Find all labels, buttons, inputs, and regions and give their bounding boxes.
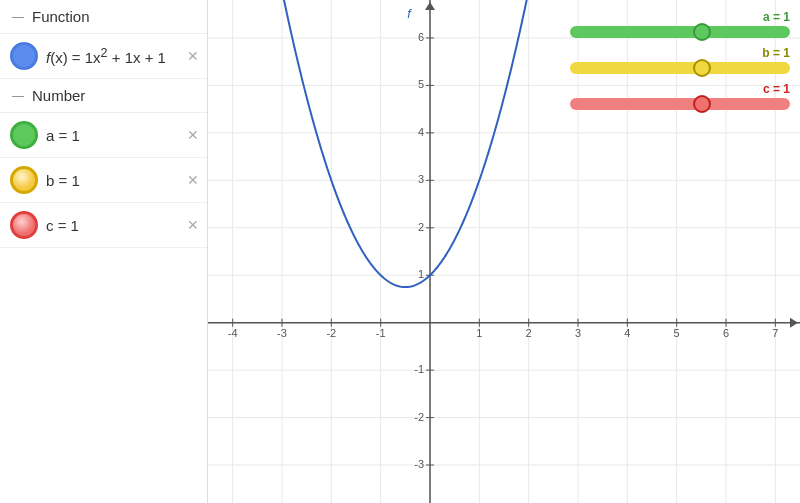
a-color-circle: [10, 121, 38, 149]
slider-row-b: b = 1: [570, 46, 790, 74]
slider-row-a: a = 1: [570, 10, 790, 38]
number-item-c[interactable]: c = 1 ✕: [0, 203, 207, 248]
fx-label: f(x) = 1x2 + 1x + 1: [46, 46, 197, 66]
fx-color-circle: [10, 42, 38, 70]
slider-row-c: c = 1: [570, 82, 790, 110]
slider-a-thumb[interactable]: [693, 23, 711, 41]
c-color-circle: [10, 211, 38, 239]
slider-b-track[interactable]: [570, 62, 790, 74]
sliders-overlay: a = 1 b = 1 c = 1: [570, 10, 790, 110]
c-close-button[interactable]: ✕: [187, 218, 199, 232]
a-label: a = 1: [46, 127, 197, 144]
number-item-b[interactable]: b = 1 ✕: [0, 158, 207, 203]
function-item-fx[interactable]: f(x) = 1x2 + 1x + 1 ✕: [0, 34, 207, 79]
slider-b-thumb[interactable]: [693, 59, 711, 77]
function-section-title: Function: [32, 8, 90, 25]
slider-a-label: a = 1: [570, 10, 790, 24]
slider-c-track[interactable]: [570, 98, 790, 110]
slider-c-thumb[interactable]: [693, 95, 711, 113]
b-close-button[interactable]: ✕: [187, 173, 199, 187]
slider-a-track[interactable]: [570, 26, 790, 38]
number-item-a[interactable]: a = 1 ✕: [0, 113, 207, 158]
c-label: c = 1: [46, 217, 197, 234]
graph-area[interactable]: a = 1 b = 1 c = 1: [208, 0, 800, 503]
function-collapse-icon[interactable]: —: [10, 9, 26, 25]
number-section-title: Number: [32, 87, 85, 104]
function-section-header: — Function: [0, 0, 207, 34]
slider-c-label: c = 1: [570, 82, 790, 96]
b-color-circle: [10, 166, 38, 194]
left-panel: — Function f(x) = 1x2 + 1x + 1 ✕ — Numbe…: [0, 0, 208, 503]
fx-close-button[interactable]: ✕: [187, 49, 199, 63]
a-close-button[interactable]: ✕: [187, 128, 199, 142]
number-collapse-icon[interactable]: —: [10, 88, 26, 104]
number-section-header: — Number: [0, 79, 207, 113]
b-label: b = 1: [46, 172, 197, 189]
slider-b-label: b = 1: [570, 46, 790, 60]
